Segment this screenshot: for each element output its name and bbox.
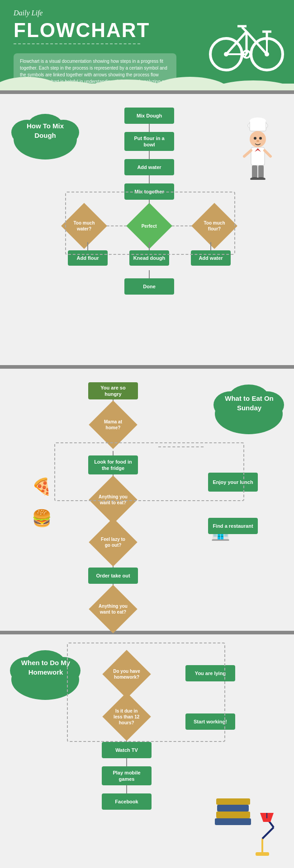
node-start-working: Start working! bbox=[185, 713, 235, 730]
diamond-anything-eat: Anything you want to eat? bbox=[89, 475, 137, 524]
cloud-eat-sunday: What to Eat On Sunday bbox=[210, 378, 287, 438]
cloud-mix-dough: How To Mix Dough bbox=[9, 108, 81, 163]
node-fridge: Look for food in the fridge bbox=[88, 455, 138, 474]
pizza-icon: 🍕 bbox=[32, 477, 52, 496]
node-order-takeout: Order take out bbox=[88, 568, 138, 584]
svg-rect-37 bbox=[258, 165, 264, 178]
node-add-water2: Add water bbox=[191, 250, 231, 266]
node-enjoy-lunch: Enjoy your lunch bbox=[208, 473, 258, 492]
arrow-c1 bbox=[149, 242, 150, 250]
node-find-restaurant: Find a restaurant bbox=[208, 518, 258, 534]
diamond-have-homework: Do you have homework? bbox=[102, 650, 151, 698]
svg-point-39 bbox=[256, 177, 266, 180]
node-mix-together: Mix together bbox=[124, 183, 174, 200]
arrow-done-1 bbox=[149, 270, 150, 278]
svg-point-29 bbox=[254, 137, 256, 140]
node-put-flour: Put flour in a bowl bbox=[124, 132, 174, 151]
node-watch-tv: Watch TV bbox=[102, 742, 152, 758]
separator-1 bbox=[0, 90, 294, 94]
svg-line-35 bbox=[265, 150, 270, 156]
cloud-label-eat-sunday: What to Eat On Sunday bbox=[216, 394, 283, 413]
arrow-1 bbox=[149, 124, 150, 132]
svg-line-3 bbox=[247, 32, 267, 54]
svg-point-14 bbox=[265, 52, 269, 56]
section-eat-sunday: What to Eat On Sunday 🍕 🍔 🏪 You are so h… bbox=[0, 369, 294, 631]
flowchart-eat-sunday: You are so hungry Mama at home? Look for… bbox=[68, 382, 158, 651]
separator-2 bbox=[0, 365, 294, 369]
node-you-are-lying: You are lying bbox=[185, 665, 235, 681]
section-mix-dough: How To Mix Dough bbox=[0, 94, 294, 365]
chef-figure bbox=[240, 117, 276, 181]
bicycle-icon bbox=[208, 7, 285, 76]
svg-line-2 bbox=[226, 32, 247, 54]
node-done: Done bbox=[124, 278, 174, 295]
section-homework: When to Do My Homework Do bbox=[0, 634, 294, 868]
svg-line-34 bbox=[244, 150, 251, 156]
diamond-lazy: Feel lazy to go out? bbox=[89, 518, 137, 566]
arrow-r1 bbox=[210, 242, 211, 250]
cloud-label-mix-dough: How To Mix Dough bbox=[16, 121, 75, 140]
svg-rect-36 bbox=[252, 165, 257, 178]
flowchart-mix-dough: Mix Dough Put flour in a bowl Add water … bbox=[104, 108, 194, 295]
svg-rect-52 bbox=[256, 852, 269, 856]
flowchart-homework: Do you have homework? Is it due in less … bbox=[81, 648, 172, 810]
svg-line-54 bbox=[262, 827, 274, 839]
node-facebook: Facebook bbox=[102, 793, 152, 810]
diamond-due-hours: Is it due in less than 12 hours? bbox=[102, 692, 151, 741]
node-hungry: You are so hungry bbox=[88, 382, 138, 399]
node-mobile-games: Play mobile games bbox=[102, 766, 152, 785]
node-knead-dough: Knead dough bbox=[129, 250, 169, 266]
cloud-homework: When to Do My Homework bbox=[7, 643, 84, 704]
arrow-l1 bbox=[87, 242, 88, 250]
node-add-flour: Add flour bbox=[68, 250, 108, 266]
svg-point-13 bbox=[224, 52, 228, 56]
svg-point-27 bbox=[250, 117, 266, 125]
lamp-icon bbox=[244, 805, 280, 860]
arrow-3 bbox=[149, 175, 150, 183]
svg-rect-20 bbox=[0, 84, 294, 90]
cloud-label-homework: When to Do My Homework bbox=[12, 658, 79, 677]
burger-icon: 🍔 bbox=[32, 509, 52, 528]
node-add-water: Add water bbox=[124, 159, 174, 175]
svg-point-31 bbox=[256, 140, 259, 142]
node-mix-dough-start: Mix Dough bbox=[124, 108, 174, 124]
svg-rect-51 bbox=[216, 798, 250, 805]
header: Daily Life FLOWCHART Flowchart is a visu… bbox=[0, 0, 294, 90]
header-underline bbox=[14, 43, 140, 44]
svg-point-30 bbox=[259, 137, 262, 140]
diamond-anything-eat2: Anything you want to eat? bbox=[89, 585, 137, 633]
arrow-2 bbox=[149, 151, 150, 159]
svg-line-6 bbox=[242, 27, 247, 32]
